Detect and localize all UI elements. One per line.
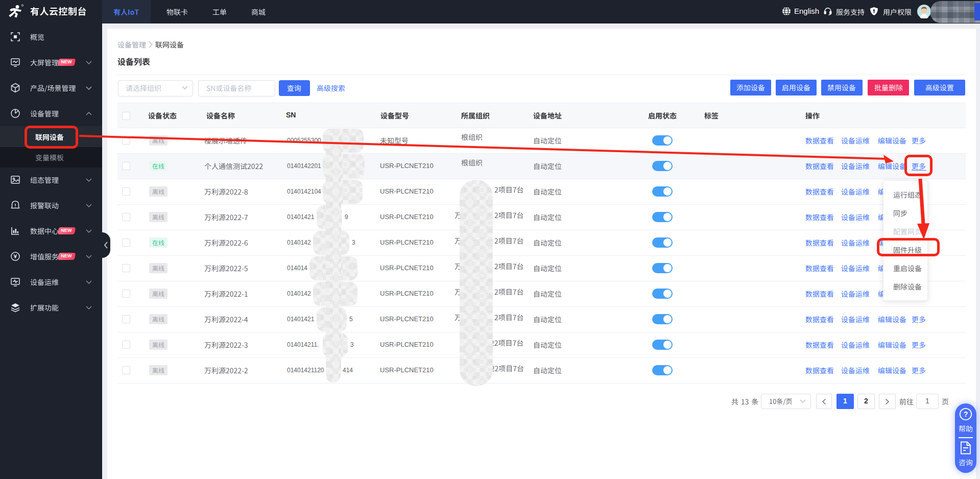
svg-text:?: ? (964, 410, 968, 418)
